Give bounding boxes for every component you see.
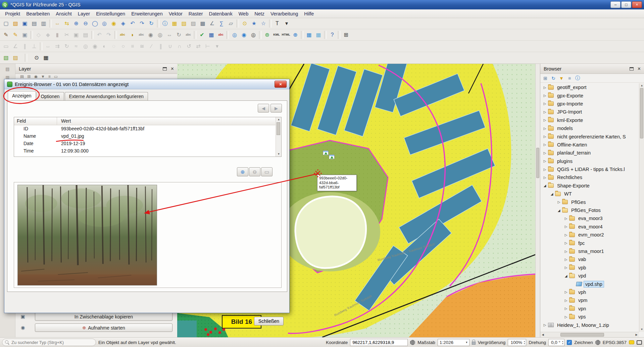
- rotate-feature-tool[interactable]: ↻: [62, 42, 71, 51]
- start-capture-button[interactable]: ⊕Aufnahme starten: [35, 323, 172, 332]
- menu-item[interactable]: Web: [236, 10, 252, 17]
- browser-tree-item[interactable]: fpc: [540, 239, 639, 247]
- rotate-label-tool[interactable]: ↻: [175, 31, 183, 39]
- html-export-tool[interactable]: HTML: [282, 31, 290, 39]
- tree-expander-icon[interactable]: [556, 209, 561, 212]
- tree-expander-icon[interactable]: [542, 86, 547, 89]
- dialog-tab[interactable]: Optionen: [37, 92, 64, 100]
- menu-item[interactable]: Layer: [75, 10, 93, 17]
- menu-item[interactable]: Ansicht: [53, 10, 75, 17]
- offset-curve-tool[interactable]: ≡: [128, 42, 137, 51]
- tree-expander-icon[interactable]: [549, 192, 554, 196]
- select-by-expression-tool[interactable]: ▧: [180, 19, 188, 28]
- move-label-tool[interactable]: ⇔: [165, 31, 174, 39]
- tree-expander-icon[interactable]: [563, 233, 568, 237]
- layer-panel-header[interactable]: Layer ×: [15, 64, 177, 74]
- browser-tree-item[interactable]: vpn: [540, 305, 639, 313]
- table-row[interactable]: Name vpd_01.jpg: [14, 133, 281, 140]
- browser-tree-item[interactable]: Shape-Exporte: [540, 182, 639, 190]
- photo-zoom-fit-button[interactable]: ▭: [261, 167, 273, 176]
- render-checkbox[interactable]: ✓: [567, 340, 572, 345]
- browser-tree-item[interactable]: models: [540, 124, 639, 132]
- browser-tree-item[interactable]: Rechtliches: [540, 173, 639, 181]
- tree-expander-icon[interactable]: [542, 159, 547, 163]
- crs-globe-icon[interactable]: [595, 340, 600, 345]
- tree-expander-icon[interactable]: [563, 274, 568, 278]
- pin-labels-tool[interactable]: ◉: [146, 31, 155, 39]
- browser-tree-item[interactable]: vps: [540, 313, 639, 321]
- dialog-tab[interactable]: Externe Anwendungen konfigurieren: [65, 92, 148, 100]
- crs-status[interactable]: EPSG:3857: [603, 340, 627, 345]
- previous-record-button[interactable]: ◀: [258, 104, 269, 113]
- new-print-layout-tool[interactable]: ▤: [30, 19, 39, 28]
- vertex-tool[interactable]: ◆: [44, 31, 52, 39]
- zoom-last-tool[interactable]: ↶: [128, 19, 137, 28]
- copy-to-clipboard-button[interactable]: In Zwischenablage kopieren: [35, 312, 172, 321]
- tree-expander-icon[interactable]: [563, 299, 568, 302]
- dock-float-icon[interactable]: [163, 67, 167, 71]
- fill-ring-tool[interactable]: ◐: [100, 42, 109, 51]
- layer-diagram-tool[interactable]: ◑: [128, 31, 136, 39]
- menu-item[interactable]: Raster: [186, 10, 206, 17]
- new-project-tool[interactable]: ▢: [2, 19, 10, 28]
- browser-tree-item[interactable]: JPG-Import: [540, 108, 639, 116]
- photo-zoom-in-button[interactable]: ⊕: [237, 167, 248, 176]
- tree-expander-icon[interactable]: [542, 323, 547, 327]
- add-ring-tool[interactable]: ◎: [81, 42, 90, 51]
- browser-vscrollbar[interactable]: ▲ ▼: [639, 83, 644, 332]
- plugin-profile-tool[interactable]: ▨: [11, 53, 20, 62]
- tree-expander-icon[interactable]: [563, 266, 568, 269]
- browser-tree-item[interactable]: vpd: [540, 272, 639, 280]
- save-layer-edits-tool[interactable]: ▣: [20, 31, 29, 39]
- tree-expander-icon[interactable]: [563, 290, 568, 294]
- tree-expander-icon[interactable]: [542, 168, 547, 171]
- layout-manager-tool[interactable]: ▥: [39, 19, 48, 28]
- cad-construction-tool[interactable]: ∠: [11, 42, 20, 51]
- close-panel-icon[interactable]: ×: [171, 66, 174, 72]
- browser-tree-item[interactable]: evm_moor2: [540, 231, 639, 239]
- delete-ring-tool[interactable]: ◌: [109, 42, 118, 51]
- merge-features-tool[interactable]: ∪: [166, 42, 175, 51]
- magnifier-spinbox[interactable]: 100% ▴▾: [508, 339, 526, 346]
- redo-tool[interactable]: ↷: [104, 31, 113, 39]
- scroll-up-icon[interactable]: ▲: [639, 83, 644, 88]
- photo-zoom-out-button[interactable]: ⊖: [249, 167, 260, 176]
- spin-up-icon[interactable]: ▴: [562, 340, 563, 342]
- tree-expander-icon[interactable]: [542, 151, 547, 155]
- refresh-browser-icon[interactable]: ↻: [550, 75, 557, 82]
- next-record-button[interactable]: ▶: [270, 104, 282, 113]
- tree-expander-icon[interactable]: [542, 102, 547, 105]
- browser-tree-item[interactable]: Offline-Karten: [540, 141, 639, 149]
- browser-tree-item[interactable]: QGIS + LIDAR - tipps & Tricks.l: [540, 165, 639, 173]
- simplify-feature-tool[interactable]: ≈: [72, 42, 81, 51]
- geo-search-tool[interactable]: ◉: [240, 31, 248, 39]
- move-feature-tool[interactable]: ⇔: [44, 42, 52, 51]
- scrollbar-thumb[interactable]: [536, 148, 539, 178]
- tree-expander-icon[interactable]: [563, 217, 568, 220]
- style-check-tool[interactable]: ✔: [198, 31, 206, 39]
- offset-point-symbol-tool[interactable]: ⇄: [194, 42, 203, 51]
- open-project-tool[interactable]: ▧: [11, 19, 20, 28]
- browser-tree-item[interactable]: Heidew_1, Moorw_1.zip: [540, 321, 639, 329]
- gps-tools-tool[interactable]: ⊚: [263, 31, 271, 39]
- tree-expander-icon[interactable]: [563, 241, 568, 245]
- render-monitor-icon[interactable]: [637, 340, 642, 345]
- reshape-features-tool[interactable]: ≅: [138, 42, 146, 51]
- browser-tree-item[interactable]: PflGes_Fotos: [540, 206, 639, 214]
- spin-down-icon[interactable]: ▾: [524, 342, 525, 345]
- dialog-tab[interactable]: Anzeigen: [8, 91, 36, 100]
- tree-expander-icon[interactable]: [563, 258, 568, 261]
- map-tips-tool[interactable]: ⊙: [240, 19, 249, 28]
- dialog-titlebar[interactable]: Ereignis-Browser - 01 von 01 Datensätzen…: [4, 79, 289, 89]
- rotation-spinbox[interactable]: 0,0 ° ▴▾: [548, 339, 564, 346]
- add-part-tool[interactable]: ◉: [91, 42, 99, 51]
- refresh-map-tool[interactable]: ↻: [147, 19, 156, 28]
- browser-tree-item[interactable]: WT: [540, 190, 639, 198]
- split-parts-tool[interactable]: ∥: [156, 42, 165, 51]
- toggle-editing-tool[interactable]: ✎: [11, 31, 20, 39]
- evis-event-browser-tool[interactable]: ▦: [42, 53, 50, 62]
- perpendicular-constraint-tool[interactable]: ⊥: [30, 42, 39, 51]
- close-button[interactable]: ×: [632, 1, 642, 8]
- add-group-icon[interactable]: ⊞: [27, 75, 31, 78]
- browser-tree-item[interactable]: geotiff_export: [540, 83, 639, 91]
